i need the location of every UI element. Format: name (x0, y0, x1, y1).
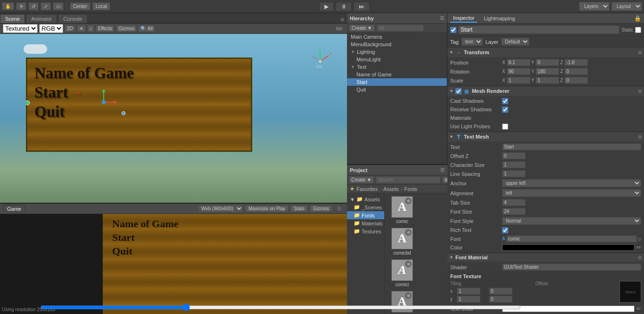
lightmapping-tab[interactable]: Lightmapping (481, 15, 518, 22)
scl-x-input[interactable] (507, 77, 530, 84)
hierarchy-item-quit[interactable]: Quit (347, 86, 447, 93)
hand-tool-btn[interactable]: ✋ (2, 2, 14, 10)
font-pick-icon[interactable]: ○ (638, 236, 641, 242)
tab-scene[interactable]: Scene (0, 14, 25, 23)
character-size-input[interactable] (502, 161, 526, 168)
tiling-x-input[interactable] (457, 288, 480, 295)
object-active-checkbox[interactable] (450, 27, 456, 33)
hierarchy-item-menu-light[interactable]: MenuLight (347, 56, 447, 63)
asset-comic[interactable]: A ⚙ comic (387, 195, 418, 225)
audio-toggle[interactable]: ♪ (87, 25, 94, 32)
eyedropper-icon[interactable]: ✏ (636, 244, 641, 251)
scene-light-toggle[interactable]: ☀ (77, 25, 86, 32)
hierarchy-item-lighting[interactable]: ▼ Lighting (347, 48, 447, 56)
project-view-icons-btn[interactable]: ⊞ (442, 176, 447, 183)
asset-comici[interactable]: A ⚙ comici (387, 258, 418, 288)
hierarchy-item-text[interactable]: ▼ Text (347, 63, 447, 71)
mesh-renderer-checkbox[interactable] (455, 88, 462, 94)
stats-btn[interactable]: Stats (290, 205, 308, 212)
tree-item-assets[interactable]: ▼ 📁 Assets (347, 195, 384, 203)
receive-shadows-checkbox[interactable] (502, 107, 508, 113)
game-panel-menu[interactable]: ☰ (334, 205, 344, 212)
rich-text-checkbox[interactable] (502, 227, 508, 233)
inspector-tab[interactable]: Inspector (450, 14, 477, 23)
layers-dropdown[interactable]: Layers (579, 2, 610, 11)
step-button[interactable]: ⏭ (354, 2, 370, 11)
shading-dropdown[interactable]: Textured (3, 24, 38, 33)
inspector-lock-icon[interactable]: 🔒 (634, 15, 641, 22)
mesh-renderer-settings-icon[interactable]: ⚙ (638, 89, 642, 94)
pos-y-input[interactable] (536, 59, 559, 66)
anchor-dropdown[interactable]: upper left (502, 179, 641, 187)
rot-z-input[interactable] (564, 68, 588, 75)
rect-tool-btn[interactable]: ▭ (53, 2, 64, 10)
move-tool-btn[interactable]: ✛ (16, 2, 26, 10)
pause-button[interactable]: ⏸ (336, 2, 352, 11)
project-search-input[interactable] (376, 176, 440, 183)
hierarchy-create-btn[interactable]: Create ▼ (349, 25, 375, 32)
2d-toggle[interactable]: 2D (65, 25, 75, 32)
offset-x-input[interactable] (489, 288, 512, 295)
shader-input[interactable] (502, 264, 641, 271)
transform-header[interactable]: ▼ ↔ Transform ⚙ (447, 48, 644, 57)
tree-item-fonts[interactable]: 📁 Fonts (347, 211, 384, 219)
play-button[interactable]: ▶ (319, 2, 334, 11)
cast-shadows-checkbox[interactable] (502, 98, 508, 104)
hierarchy-item-menu-background[interactable]: MenuBackground (347, 41, 447, 48)
color-swatch[interactable] (502, 244, 635, 251)
layer-dropdown[interactable]: Default (501, 38, 529, 46)
tab-animator[interactable]: Animator (26, 14, 57, 23)
rot-x-input[interactable] (507, 68, 530, 75)
line-spacing-input[interactable] (502, 170, 526, 177)
alignment-dropdown[interactable]: left (502, 189, 641, 197)
rot-y-input[interactable] (536, 68, 559, 75)
font-material-settings-icon[interactable]: ⚙ (638, 255, 642, 260)
mesh-renderer-header[interactable]: ▼ ▦ Mesh Renderer ⚙ (447, 86, 644, 96)
search-all-btn[interactable]: 🔍 All (138, 25, 155, 32)
tab-console[interactable]: Console (58, 14, 87, 23)
object-name-input[interactable] (458, 25, 619, 34)
gizmos-btn[interactable]: Gizmos (116, 25, 137, 32)
scl-z-input[interactable] (564, 77, 588, 84)
scale-tool-btn[interactable]: ⤢ (41, 2, 51, 10)
offset-z-input[interactable] (502, 152, 526, 159)
project-menu-icon[interactable]: ☰ (440, 167, 445, 173)
maximize-on-play-btn[interactable]: Maximize on Play (245, 205, 289, 212)
local-global-btn[interactable]: Local (92, 2, 110, 10)
project-create-btn[interactable]: Create ▼ (349, 176, 374, 183)
rotate-tool-btn[interactable]: ↺ (28, 2, 39, 10)
text-value-input[interactable] (502, 143, 641, 150)
selection-handle-left[interactable] (26, 100, 30, 105)
pos-z-input[interactable] (564, 59, 588, 66)
use-light-probes-checkbox[interactable] (502, 124, 508, 130)
effects-btn[interactable]: Effects (96, 25, 115, 32)
tree-item-textures[interactable]: 📁 Textures (347, 227, 384, 235)
asset-size-slider[interactable] (385, 304, 447, 311)
hierarchy-item-start[interactable]: Start (347, 78, 447, 86)
static-checkbox[interactable] (635, 27, 641, 33)
scl-y-input[interactable] (536, 77, 559, 84)
text-mesh-settings-icon[interactable]: ⚙ (638, 134, 642, 140)
hierarchy-item-name-of-game[interactable]: Name of Game (347, 71, 447, 78)
color-mode-dropdown[interactable]: RGB (39, 24, 63, 33)
game-tab[interactable]: Game (3, 205, 25, 213)
asset-comicbd[interactable]: A ⚙ comicbd (387, 227, 418, 256)
tree-item-scenes[interactable]: 📁 _Scenes (347, 203, 384, 211)
font-size-input[interactable] (502, 208, 526, 215)
center-pivot-btn[interactable]: Center (70, 2, 91, 10)
game-gizmos-btn[interactable]: Gizmos (310, 205, 332, 212)
tab-size-input[interactable] (502, 199, 526, 206)
hierarchy-menu-icon[interactable]: ☰ (440, 16, 444, 21)
tag-dropdown[interactable]: text (462, 38, 483, 46)
scene-maximize[interactable]: ⊞ (338, 16, 347, 23)
hierarchy-search-input[interactable] (377, 25, 424, 32)
selection-handle-bottom[interactable] (122, 111, 125, 115)
offset-y-input[interactable] (489, 296, 512, 303)
text-mesh-header[interactable]: ▼ T Text Mesh ⚙ (447, 132, 644, 141)
transform-settings-icon[interactable]: ⚙ (638, 50, 642, 55)
font-material-header[interactable]: ▼ Font Material ⚙ (447, 253, 644, 262)
hierarchy-item-main-camera[interactable]: Main Camera (347, 33, 447, 41)
pos-x-input[interactable] (507, 59, 530, 66)
resolution-dropdown[interactable]: Web (960x600) (198, 205, 243, 213)
tiling-y-input[interactable] (457, 296, 480, 303)
